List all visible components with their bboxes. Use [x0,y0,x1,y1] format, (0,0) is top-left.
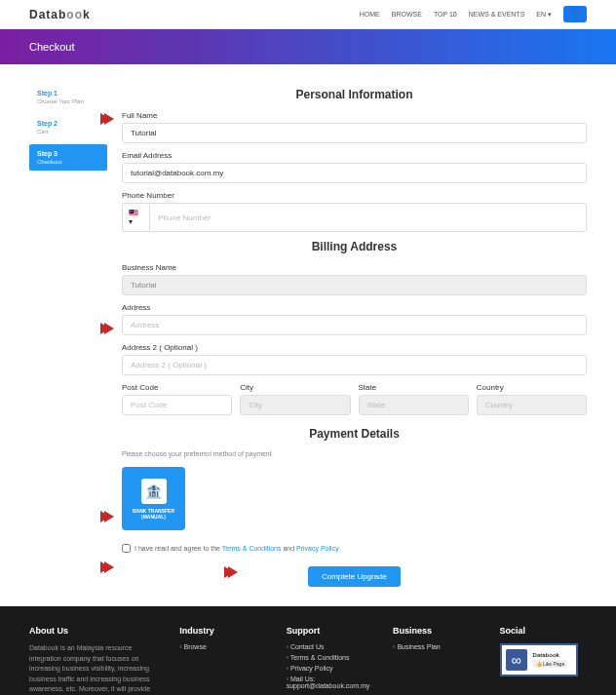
footer-link[interactable]: Mail Us:support@databook.com.my [287,676,373,689]
fullname-label: Full Name [122,111,587,120]
footer-link[interactable]: Privacy Policy [287,665,373,672]
address2-input[interactable] [122,355,587,375]
infinity-icon: ∞ [506,649,527,671]
footer-social-h: Social [500,626,587,636]
complete-upgrade-button[interactable]: Complete Upgrade [308,566,401,587]
nav-lang[interactable]: EN ▾ [536,11,552,19]
business-input [122,275,587,295]
nav-news[interactable]: NEWS & EVENTS [469,11,525,18]
country-label: Country [477,383,587,392]
state-label: State [359,383,469,392]
payment-bank-transfer[interactable]: 🏦 BANK TRANSFER (MANUAL) [122,467,185,530]
page-title: Checkout [29,41,74,53]
step-3[interactable]: Step 3 Checkout [29,144,107,171]
nav-top10[interactable]: TOP 10 [434,11,457,18]
privacy-link[interactable]: Privacy Policy [296,545,339,552]
agree-row: I have read and agree to the Terms & Con… [122,544,587,553]
footer-about-text: Databook is an Malaysia resource integra… [29,643,160,695]
address2-label: Address 2 ( Optional ) [122,343,587,352]
business-label: Business Name [122,263,587,272]
section-personal: Personal Information [122,88,587,101]
user-icon[interactable]: 👤 [563,6,587,22]
step-sidebar: Step 1 Choose Your Plan Step 2 Cart Step… [29,84,107,587]
agree-checkbox[interactable] [122,544,131,553]
footer-link[interactable]: Business Plan [393,643,480,650]
footer-support-h: Support [287,626,373,636]
country-flag-select[interactable]: 🇲🇾 ▾ [122,203,149,232]
payment-hint: Please choose your preferred method of p… [122,450,587,457]
bank-transfer-icon: 🏦 [141,479,167,504]
city-label: City [240,383,350,392]
section-payment: Payment Details [122,427,587,441]
nav-home[interactable]: HOME [360,11,380,18]
pointer-icon [224,566,240,578]
footer-business-h: Business [393,626,480,636]
step-1[interactable]: Step 1 Choose Your Plan [29,84,107,110]
email-input[interactable] [122,163,587,183]
postcode-label: Post Code [122,383,232,392]
state-input[interactable] [359,395,469,415]
facebook-widget[interactable]: ∞ Databook 👍 Like Page [500,643,578,676]
step-2[interactable]: Step 2 Cart [29,114,107,140]
phone-label: Phone Number [122,191,587,200]
email-label: Email Address [122,151,587,160]
section-billing: Billing Address [122,240,587,253]
nav-browse[interactable]: BROWSE [392,11,422,18]
footer-link[interactable]: Terms & Conditions [287,654,373,661]
footer: About Us Databook is an Malaysia resourc… [0,606,616,695]
address-label: Address [122,303,587,312]
address-input[interactable] [122,315,587,335]
hero-banner: Checkout [0,29,616,64]
footer-link[interactable]: Browse [179,643,266,650]
city-input[interactable] [240,395,350,415]
country-input[interactable] [477,395,587,415]
footer-industry-h: Industry [179,626,266,636]
logo[interactable]: Databook [29,8,91,21]
phone-input[interactable] [149,203,587,232]
fullname-input[interactable] [122,123,587,143]
footer-link[interactable]: Contact Us [287,643,373,650]
terms-link[interactable]: Terms & Conditions [222,545,282,552]
footer-about-h: About Us [29,626,160,636]
top-nav: Databook HOME BROWSE TOP 10 NEWS & EVENT… [0,0,616,29]
postcode-input[interactable] [122,395,232,415]
